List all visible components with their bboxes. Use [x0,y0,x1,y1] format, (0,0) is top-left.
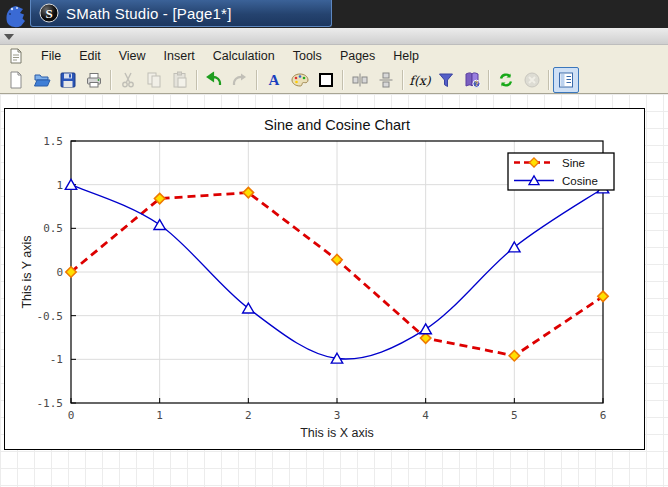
function-icon[interactable]: f(x) [407,67,433,93]
menu-bar: File Edit View Insert Calculation Tools … [0,45,668,67]
svg-text:1.5: 1.5 [43,135,63,148]
svg-text:0: 0 [56,266,63,279]
font-letter: A [269,72,280,88]
svg-text:Sine: Sine [562,157,585,169]
stop-icon[interactable] [519,67,545,93]
worksheet-canvas[interactable]: 0123456-1.5-1-0.500.511.5Sine and Cosine… [0,94,668,487]
chart-element[interactable]: 0123456-1.5-1-0.500.511.5Sine and Cosine… [4,108,645,450]
save-icon[interactable] [55,67,81,93]
undo-icon[interactable] [201,67,227,93]
redo-icon[interactable] [227,67,253,93]
sidebar-toggle-icon[interactable] [553,67,579,93]
chart-canvas: 0123456-1.5-1-0.500.511.5Sine and Cosine… [5,109,644,452]
menu-tools[interactable]: Tools [284,46,331,66]
filter-icon[interactable] [433,67,459,93]
title-tab[interactable]: S SMath Studio - [Page1*] [30,0,332,27]
svg-text:2: 2 [245,409,252,422]
svg-text:-1: -1 [50,353,63,366]
align-vertical-icon[interactable] [373,67,399,93]
paste-icon[interactable] [167,67,193,93]
svg-text:Sine and Cosine Chart: Sine and Cosine Chart [264,117,410,133]
page-menu-icon[interactable] [8,48,24,64]
toolbar-separator [342,70,344,90]
recalculate-icon[interactable] [493,67,519,93]
toolbar-separator [402,70,404,90]
toolbar-separator [548,70,550,90]
svg-text:-0.5: -0.5 [37,310,64,323]
toolbar-separator [488,70,490,90]
collapse-triangle-icon[interactable] [4,34,14,40]
window-title: SMath Studio - [Page1*] [66,5,232,22]
font-icon[interactable]: A [261,67,287,93]
svg-text:0.5: 0.5 [43,222,63,235]
align-horizontal-icon[interactable] [347,67,373,93]
new-page-icon[interactable] [3,67,29,93]
svg-text:This is X axis: This is X axis [300,426,374,440]
svg-text:0: 0 [68,409,75,422]
window-manager-icon[interactable] [1,0,29,28]
svg-text:1: 1 [156,409,163,422]
border-icon[interactable] [313,67,339,93]
logo-letter: S [45,6,52,21]
svg-text:3: 3 [334,409,341,422]
svg-text:1: 1 [56,179,63,192]
menu-pages[interactable]: Pages [331,46,384,66]
menu-view[interactable]: View [110,46,155,66]
print-icon[interactable] [81,67,107,93]
svg-text:5: 5 [511,409,518,422]
open-file-icon[interactable] [29,67,55,93]
menu-calculation[interactable]: Calculation [204,46,284,66]
svg-text:Cosine: Cosine [562,175,598,187]
title-bar: S SMath Studio - [Page1*] [0,0,668,28]
toolbar-separator [196,70,198,90]
menu-insert[interactable]: Insert [155,46,204,66]
copy-icon[interactable] [141,67,167,93]
reference-book-icon[interactable]: ? [459,67,485,93]
menu-file[interactable]: File [32,46,70,66]
window-shade-bar [0,28,668,45]
toolbar-separator [110,70,112,90]
svg-text:6: 6 [600,409,607,422]
cut-icon[interactable] [115,67,141,93]
help-badge: ? [475,80,479,87]
menu-help[interactable]: Help [384,46,428,66]
svg-text:4: 4 [422,409,429,422]
svg-text:-1.5: -1.5 [37,397,64,410]
function-label: f(x) [409,73,430,88]
menu-edit[interactable]: Edit [70,46,110,66]
svg-text:This is Y axis: This is Y axis [20,235,34,308]
smath-logo-icon: S [39,3,59,23]
toolbar-separator [256,70,258,90]
palette-icon[interactable] [287,67,313,93]
toolbar: A f(x) ? [0,67,668,94]
app-window: S SMath Studio - [Page1*] File Edit View… [0,0,668,487]
